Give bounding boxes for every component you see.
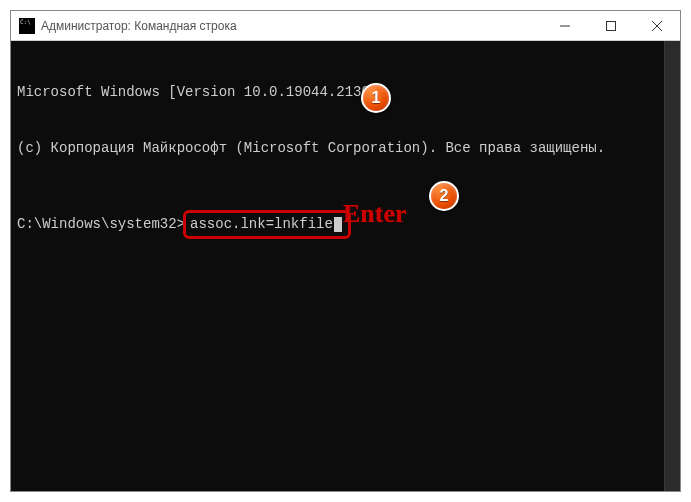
titlebar: Администратор: Командная строка (11, 11, 680, 41)
scrollbar[interactable] (664, 41, 680, 491)
close-button[interactable] (634, 11, 680, 40)
maximize-button[interactable] (588, 11, 634, 40)
prompt-text: C:\Windows\system32> (17, 215, 185, 234)
svg-rect-1 (607, 21, 616, 30)
terminal-area[interactable]: Microsoft Windows [Version 10.0.19044.21… (11, 41, 680, 491)
cmd-window: Администратор: Командная строка Microsof… (10, 10, 681, 492)
annotation-badge-2: 2 (429, 181, 459, 211)
cmd-icon (19, 18, 35, 34)
window-controls (542, 11, 680, 40)
cursor (334, 217, 342, 232)
command-text: assoc.lnk=lnkfile (190, 216, 333, 232)
command-highlight-box: assoc.lnk=lnkfile (183, 210, 351, 239)
close-icon (652, 21, 662, 31)
copyright-line: (c) Корпорация Майкрософт (Microsoft Cor… (17, 139, 674, 158)
maximize-icon (606, 21, 616, 31)
version-line: Microsoft Windows [Version 10.0.19044.21… (17, 83, 674, 102)
annotation-badge-1: 1 (361, 83, 391, 113)
minimize-icon (560, 21, 570, 31)
enter-annotation: Enter (343, 196, 407, 231)
window-title: Администратор: Командная строка (41, 19, 542, 33)
minimize-button[interactable] (542, 11, 588, 40)
